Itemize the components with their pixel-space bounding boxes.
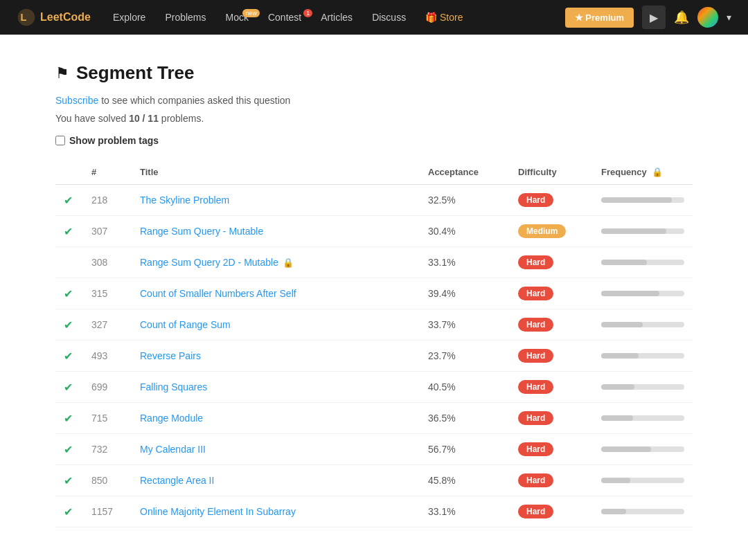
problem-title-link[interactable]: Reverse Pairs (140, 350, 201, 361)
problem-title-cell: My Calendar III (132, 434, 420, 465)
show-tags-label[interactable]: Show problem tags (69, 135, 159, 146)
frequency-cell (593, 434, 693, 465)
nav-mock[interactable]: Mock new (217, 8, 257, 27)
nav-problems[interactable]: Problems (157, 8, 214, 27)
check-mark-icon: ✔ (64, 350, 73, 362)
difficulty-badge: Hard (518, 411, 553, 425)
frequency-cell (593, 465, 693, 496)
svg-text:L: L (21, 12, 27, 23)
nav-links: Explore Problems Mock new Contest 1 Arti… (105, 8, 565, 27)
frequency-bar-container (601, 291, 684, 296)
problem-title-link[interactable]: Count of Range Sum (140, 319, 231, 330)
nav-explore[interactable]: Explore (105, 8, 154, 27)
nav-contest[interactable]: Contest 1 (260, 8, 310, 27)
difficulty-badge: Hard (518, 442, 553, 456)
problem-number: 699 (83, 372, 132, 403)
frequency-bar-container (601, 197, 684, 203)
check-mark-icon: ✔ (64, 226, 73, 237)
bell-icon-button[interactable]: 🔔 (674, 10, 689, 25)
problem-title-link[interactable]: Rectangle Area II (140, 475, 214, 486)
problem-lock-icon: 🔒 (283, 258, 294, 268)
problem-title-cell: Online Majority Element In Subarray (132, 496, 420, 527)
solved-count: 10 / 11 (129, 113, 159, 124)
main-content: ⚑ Segment Tree Subscribe to see which co… (42, 35, 706, 560)
frequency-bar (601, 415, 633, 421)
check-mark-icon: ✔ (64, 413, 73, 424)
frequency-cell (593, 372, 693, 403)
solved-check-cell: ✔ (55, 216, 83, 247)
frequency-cell (593, 185, 693, 216)
th-num: # (83, 160, 132, 185)
difficulty-cell: Hard (510, 372, 593, 403)
problem-title-link[interactable]: My Calendar III (140, 444, 206, 455)
th-title: Title (132, 160, 420, 185)
mock-badge: new (242, 9, 260, 17)
solved-check-cell: ✔ (55, 341, 83, 372)
check-mark-icon: ✔ (64, 195, 73, 206)
difficulty-cell: Hard (510, 278, 593, 309)
terminal-icon-button[interactable]: ▶ (642, 6, 666, 29)
frequency-cell (593, 216, 693, 247)
th-frequency: Frequency 🔒 (593, 160, 693, 185)
frequency-bar-container (601, 260, 684, 265)
problem-title-cell: Count of Range Sum (132, 309, 420, 341)
difficulty-cell: Hard (510, 309, 593, 341)
difficulty-cell: Hard (510, 341, 593, 372)
acceptance-cell: 39.4% (420, 278, 510, 309)
problem-title-link[interactable]: Falling Squares (140, 381, 207, 392)
problem-number: 315 (83, 278, 132, 309)
nav-discuss[interactable]: Discuss (364, 8, 414, 27)
problem-number: 327 (83, 309, 132, 341)
check-mark-icon: ✔ (64, 506, 73, 518)
frequency-bar (601, 384, 634, 390)
premium-button[interactable]: ★ Premium (565, 8, 634, 28)
table-row: 308Range Sum Query 2D - Mutable🔒33.1%Har… (55, 247, 693, 278)
problem-title-cell: Range Sum Query 2D - Mutable🔒 (132, 247, 420, 278)
solved-check-cell: ✔ (55, 185, 83, 216)
solved-check-cell: ✔ (55, 496, 83, 527)
problem-title-link[interactable]: Range Sum Query - Mutable (140, 226, 263, 237)
problem-title-cell: Rectangle Area II (132, 465, 420, 496)
avatar-chevron[interactable]: ▾ (727, 12, 731, 23)
logo-link[interactable]: L LeetCode (17, 8, 91, 27)
th-check (55, 160, 83, 185)
problem-title-link[interactable]: Range Sum Query 2D - Mutable (140, 257, 278, 268)
subscribe-link[interactable]: Subscribe (55, 95, 98, 106)
table-row: ✔307Range Sum Query - Mutable30.4%Medium (55, 216, 693, 247)
table-row: ✔315Count of Smaller Numbers After Self3… (55, 278, 693, 309)
nav-articles[interactable]: Articles (312, 8, 361, 27)
frequency-cell (593, 278, 693, 309)
avatar[interactable] (697, 7, 718, 28)
table-row: ✔715Range Module36.5%Hard (55, 403, 693, 434)
table-body: ✔218The Skyline Problem32.5%Hard✔307Rang… (55, 185, 693, 527)
problem-number: 218 (83, 185, 132, 216)
difficulty-badge: Hard (518, 255, 553, 269)
problem-title-cell: Reverse Pairs (132, 341, 420, 372)
problem-title-link[interactable]: The Skyline Problem (140, 195, 229, 206)
show-tags-checkbox[interactable] (55, 136, 65, 145)
frequency-bar-container (601, 478, 684, 483)
problem-title-link[interactable]: Count of Smaller Numbers After Self (140, 288, 296, 299)
frequency-cell (593, 341, 693, 372)
nav-store[interactable]: 🎁 Store (417, 8, 471, 27)
acceptance-cell: 33.1% (420, 496, 510, 527)
problem-title-link[interactable]: Range Module (140, 413, 203, 424)
frequency-bar (601, 478, 630, 483)
check-mark-icon: ✔ (64, 475, 73, 487)
table-row: ✔850Rectangle Area II45.8%Hard (55, 465, 693, 496)
difficulty-badge: Hard (518, 287, 553, 300)
frequency-bar-container (601, 322, 684, 327)
problem-title-link[interactable]: Online Majority Element In Subarray (140, 506, 296, 517)
solved-line: You have solved 10 / 11 problems. (55, 113, 693, 124)
problem-number: 1157 (83, 496, 132, 527)
difficulty-cell: Hard (510, 434, 593, 465)
problem-number: 715 (83, 403, 132, 434)
frequency-lock-icon: 🔒 (652, 167, 663, 177)
problem-title-cell: Falling Squares (132, 372, 420, 403)
problems-table: # Title Acceptance Difficulty Frequency … (55, 160, 693, 527)
difficulty-badge: Medium (518, 224, 566, 238)
problem-number: 308 (83, 247, 132, 278)
difficulty-badge: Hard (518, 193, 553, 207)
logo-text: LeetCode (40, 11, 91, 24)
frequency-bar-container (601, 384, 684, 390)
